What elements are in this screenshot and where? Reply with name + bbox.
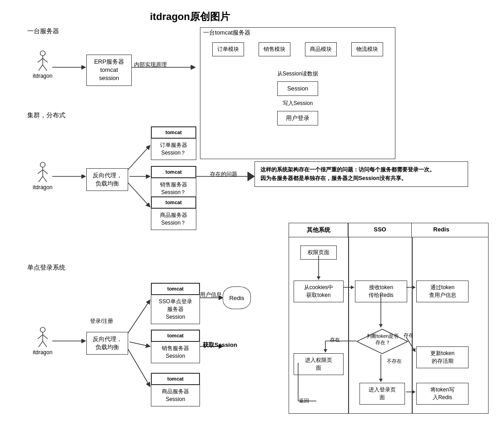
svg-line-2 [38,58,43,62]
tomcat-box2: tomcat 销售服务器Session？ [151,166,196,200]
svg-line-29 [130,342,150,346]
arrow1-label: 内部实现原理 [134,61,167,69]
erp-box: ERP服务器tomcatsession [86,55,132,86]
sso-box: tomcat SSO单点登录服务器Session [151,283,200,324]
enter-quanxian-box: 进入权限页面 [294,353,344,375]
svg-line-23 [127,182,150,207]
user-login-box: 用户登录 [277,111,318,125]
svg-line-42 [43,335,48,339]
query-user-box: 通过token查用户信息 [416,281,469,302]
module-logistics: 物流模块 [351,42,383,56]
session-write-label: 写入Session [200,100,395,107]
person2: itdragon [33,161,52,190]
section2-label: 集群，分布式 [27,111,65,120]
col-sso: SSO [348,223,412,237]
module-sales: 销售模块 [259,42,290,56]
main-title: itdragon原创图片 [150,10,230,24]
proxy2-text: 反向代理，负载均衡 [91,171,123,188]
right-panel: 其他系统 SSO Redis 权限页面 从cookies中获取token 进入权… [289,223,489,414]
module-product: 商品模块 [305,42,337,56]
proxy3-box: 反向代理，负载均衡 [86,332,128,355]
quanxian-box: 权限页面 [300,246,337,260]
svg-point-39 [40,327,45,332]
erp-box-text: ERP服务器tomcatsession [91,58,127,83]
svg-line-37 [39,176,43,182]
user-info-label: 用户信息 [200,291,222,299]
col-redis: Redis [412,223,471,237]
col-other: 其他系统 [289,223,348,237]
judge-token-diamond: 判断token是否存在？ [356,328,406,353]
problem-arrow-label: 存在的问题 [210,170,237,178]
session-read-label: 从Session读数据 [200,70,395,78]
tomcat-box3: tomcat 商品服务器Session？ [151,196,196,230]
svg-line-21 [127,145,150,170]
svg-line-38 [43,176,47,182]
tomcat-container-title: 一台tomcat服务器 [200,28,395,38]
right-panel-header: 其他系统 SSO Redis [289,223,488,237]
redis-cloud: Redis [223,286,251,309]
person3: itdragon [33,326,52,356]
svg-line-35 [38,170,43,174]
svg-line-30 [127,348,150,386]
warning-text: 这样的系统架构存在一个很严重的问题：访问每个服务都需要登录一次。因为各服务器都是… [260,165,462,183]
svg-marker-25 [248,172,254,181]
exist-label-right: 存在 [404,332,414,339]
section1-label: 一台服务器 [27,27,59,35]
svg-line-4 [39,65,43,71]
get-token-box: 从cookies中获取token [294,281,344,302]
svg-point-33 [40,162,45,167]
svg-line-36 [43,170,48,174]
session-box: Session [277,81,318,96]
login-label: 登录/注册 [90,317,113,325]
tomcat-box1: tomcat 订单服务器Session？ [151,126,196,160]
person1-label: itdragon [33,73,52,79]
get-session-label: 获取Session [203,341,237,349]
svg-line-28 [127,300,150,334]
recv-token-box: 接收token传给Redis [355,281,407,302]
svg-line-3 [43,58,48,62]
module-order: 订单模块 [212,42,244,56]
svg-point-0 [40,51,45,56]
proxy2-box: 反向代理，负载均衡 [86,168,128,191]
svg-marker-9 [191,65,195,70]
enter-login-box: 进入登录页面 [359,383,405,405]
svg-line-44 [43,341,47,347]
update-token-box: 更新token的存活期 [416,346,469,368]
person3-label: itdragon [33,349,52,356]
svg-line-43 [39,341,43,347]
s3-product-box: tomcat 商品服务器Session [151,373,200,406]
person2-label: itdragon [33,184,52,190]
warning-box: 这样的系统架构存在一个很严重的问题：访问每个服务都需要登录一次。因为各服务器都是… [254,161,468,187]
write-redis-box: 将token写入Redis [416,383,469,405]
svg-line-41 [38,335,43,339]
exist-label-left: 存在 [330,336,340,343]
return-label: 返回 [299,397,309,404]
section3-label: 单点登录系统 [27,264,65,272]
tomcat-container: 一台tomcat服务器 订单模块 销售模块 商品模块 物流模块 从Session… [200,27,395,159]
proxy3-text: 反向代理，负载均衡 [91,335,123,351]
not-exist-label: 不存在 [387,358,402,365]
svg-line-5 [43,65,47,71]
person1: itdragon [33,50,52,79]
s3-sales-box: tomcat 销售服务器Session [151,330,200,363]
